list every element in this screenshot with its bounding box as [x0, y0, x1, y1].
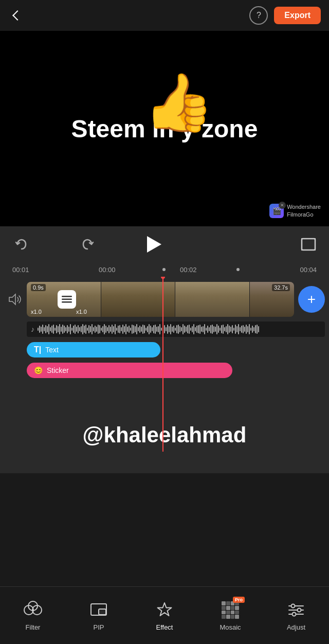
adjust-label: Adjust	[287, 623, 305, 631]
add-clip-button[interactable]: +	[298, 286, 325, 313]
audio-track-row: ♪	[0, 320, 329, 338]
speed-badge-1: x1.0	[31, 309, 42, 315]
video-track-row: 0.9s 32.7s	[0, 281, 329, 318]
audio-note-icon: ♪	[31, 325, 34, 333]
svg-point-16	[293, 613, 296, 616]
video-preview: Steem in y zone 👍 🎬 ✕ WondershareFilmora…	[0, 31, 329, 226]
audio-track[interactable]: ♪	[27, 321, 325, 337]
top-right-controls: ? Export	[249, 6, 321, 25]
svg-rect-2	[62, 296, 72, 297]
effect-icon	[154, 600, 175, 620]
text-track-row: T| Text	[0, 341, 329, 359]
video-start-time: 0.9s	[31, 284, 46, 291]
ruler-label-minus1: 00:01	[12, 266, 29, 274]
help-icon: ?	[257, 11, 261, 20]
svg-marker-10	[158, 603, 172, 616]
export-button[interactable]: Export	[274, 7, 321, 24]
undo-button[interactable]	[12, 235, 31, 254]
back-arrow-icon	[12, 10, 23, 21]
watermark-close-icon[interactable]: ✕	[279, 202, 286, 209]
adjust-icon	[286, 600, 306, 620]
ruler-label-0: 00:00	[99, 266, 116, 274]
svg-rect-9	[99, 609, 106, 615]
thumbs-up-sticker: 👍	[143, 69, 214, 136]
play-button[interactable]	[144, 234, 164, 255]
pro-badge: Pro	[233, 597, 245, 603]
ruler-label-2: 00:02	[180, 266, 197, 274]
timeline-ruler: 00:01 00:00 00:02 00:04	[0, 262, 329, 277]
watermark-text: WondershareFilmoraGo	[287, 203, 321, 218]
toolbar-item-effect[interactable]: Effect	[139, 600, 190, 631]
text-track[interactable]: T| Text	[27, 342, 160, 357]
filter-icon	[23, 600, 43, 620]
playback-controls	[0, 226, 329, 262]
waveform	[38, 324, 321, 334]
toolbar-item-mosaic[interactable]: Pro Mosaic	[205, 600, 256, 631]
sticker-track-label: Sticker	[47, 366, 69, 374]
sticker-track[interactable]: 😊 Sticker	[27, 363, 232, 378]
sticker-emoji-icon: 😊	[34, 366, 43, 374]
mosaic-icon: Pro	[220, 600, 241, 620]
svg-point-14	[291, 604, 295, 608]
sticker-track-row: 😊 Sticker	[0, 361, 329, 380]
mosaic-label: Mosaic	[220, 623, 241, 631]
watermark: 🎬 ✕ WondershareFilmoraGo	[269, 203, 321, 218]
video-track-container: 0.9s 32.7s	[27, 282, 325, 317]
ruler-label-4: 00:04	[300, 266, 317, 274]
speed-badge-2: x1.0	[76, 309, 87, 315]
svg-point-15	[298, 609, 301, 612]
bottom-toolbar: Filter PIP Effect	[0, 586, 329, 644]
video-menu-badge[interactable]	[58, 290, 76, 309]
pip-icon	[88, 600, 109, 620]
add-clip-icon: +	[307, 292, 316, 307]
svg-rect-0	[302, 239, 315, 250]
toolbar-item-adjust[interactable]: Adjust	[270, 600, 322, 631]
back-button[interactable]	[8, 6, 27, 25]
timeline-playhead[interactable]	[162, 277, 163, 452]
svg-rect-3	[62, 299, 72, 300]
pip-label: PIP	[94, 623, 104, 631]
effect-label: Effect	[156, 623, 173, 631]
volume-icon[interactable]	[4, 293, 25, 306]
text-track-label: Text	[45, 346, 59, 354]
svg-marker-1	[9, 294, 15, 305]
playhead-dot	[161, 277, 165, 279]
toolbar-item-filter[interactable]: Filter	[7, 600, 59, 631]
filter-label: Filter	[26, 623, 41, 631]
play-icon	[147, 236, 161, 253]
video-end-time: 32.7s	[272, 284, 290, 291]
channel-watermark: @khaleelahmad	[0, 423, 329, 448]
toolbar-item-pip[interactable]: PIP	[73, 600, 124, 631]
fullscreen-button[interactable]	[300, 236, 317, 253]
top-bar: ? Export	[0, 0, 329, 31]
editor-section: 00:01 00:00 00:02 00:04	[0, 226, 329, 473]
redo-button[interactable]	[78, 235, 97, 254]
svg-rect-4	[62, 301, 72, 303]
help-button[interactable]: ?	[249, 6, 268, 25]
text-track-icon: T|	[34, 345, 41, 354]
timeline-area: 0.9s 32.7s	[0, 277, 329, 452]
